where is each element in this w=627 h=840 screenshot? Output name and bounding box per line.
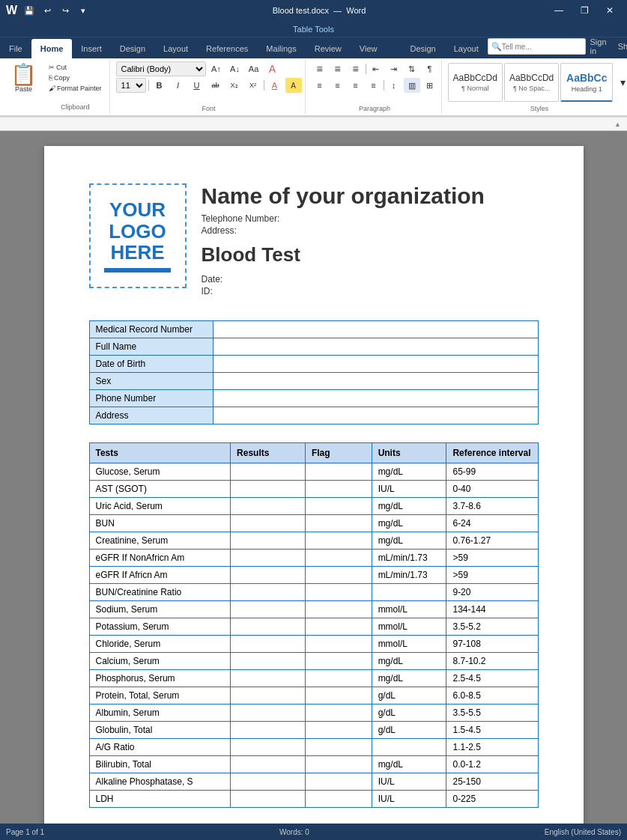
test-results[interactable] bbox=[231, 704, 306, 722]
underline-button[interactable]: U bbox=[189, 78, 205, 93]
test-results[interactable] bbox=[231, 550, 306, 567]
close-button[interactable]: ✕ bbox=[599, 3, 621, 18]
test-flag[interactable] bbox=[305, 498, 372, 515]
patient-value[interactable] bbox=[213, 356, 538, 373]
test-flag[interactable] bbox=[305, 636, 372, 653]
test-results[interactable] bbox=[231, 636, 306, 653]
tab-review[interactable]: Review bbox=[306, 39, 351, 58]
test-flag[interactable] bbox=[305, 618, 372, 636]
test-results[interactable] bbox=[231, 756, 306, 773]
tab-mailings[interactable]: Mailings bbox=[257, 39, 305, 58]
redo-button[interactable]: ↪ bbox=[58, 3, 73, 18]
test-results[interactable] bbox=[231, 601, 306, 618]
font-size-select[interactable]: 11 bbox=[116, 78, 146, 93]
numbering-button[interactable]: ≡ bbox=[330, 61, 346, 76]
clear-format-button[interactable]: A bbox=[264, 61, 281, 76]
bullets-button[interactable]: ≡ bbox=[312, 61, 328, 76]
test-flag[interactable] bbox=[305, 704, 372, 722]
multilevel-button[interactable]: ≡ bbox=[348, 61, 364, 76]
test-flag[interactable] bbox=[305, 584, 372, 601]
copy-button[interactable]: ⎘ Copy bbox=[46, 73, 105, 82]
test-results[interactable] bbox=[231, 670, 306, 687]
test-flag[interactable] bbox=[305, 739, 372, 756]
patient-value[interactable] bbox=[213, 321, 538, 338]
font-family-select[interactable]: Calibri (Body) bbox=[116, 61, 206, 76]
test-flag[interactable] bbox=[305, 791, 372, 808]
cut-button[interactable]: ✂ Cut bbox=[46, 63, 105, 72]
patient-value[interactable] bbox=[213, 338, 538, 356]
maximize-button[interactable]: ❐ bbox=[573, 3, 596, 18]
minimize-button[interactable]: — bbox=[548, 3, 570, 18]
test-results[interactable] bbox=[231, 653, 306, 670]
test-flag[interactable] bbox=[305, 653, 372, 670]
test-flag[interactable] bbox=[305, 601, 372, 618]
test-flag[interactable] bbox=[305, 773, 372, 791]
align-left-button[interactable]: ≡ bbox=[312, 78, 328, 93]
tab-table-design[interactable]: Design bbox=[401, 39, 444, 58]
style-normal[interactable]: AaBbCcDd ¶ Normal bbox=[448, 63, 503, 102]
grow-font-button[interactable]: A↑ bbox=[208, 61, 225, 76]
test-flag[interactable] bbox=[305, 481, 372, 498]
test-results[interactable] bbox=[231, 618, 306, 636]
sort-button[interactable]: ⇅ bbox=[404, 61, 420, 76]
collapse-ribbon-button[interactable]: ▲ bbox=[614, 121, 621, 128]
tab-design[interactable]: Design bbox=[111, 39, 154, 58]
test-flag[interactable] bbox=[305, 515, 372, 532]
test-results[interactable] bbox=[231, 481, 306, 498]
borders-button[interactable]: ⊞ bbox=[422, 78, 438, 93]
test-flag[interactable] bbox=[305, 550, 372, 567]
tab-view[interactable]: View bbox=[351, 39, 387, 58]
test-results[interactable] bbox=[231, 722, 306, 739]
test-results[interactable] bbox=[231, 687, 306, 704]
undo-button[interactable]: ↩ bbox=[40, 3, 55, 18]
decrease-indent-button[interactable]: ⇤ bbox=[368, 61, 384, 76]
line-spacing-button[interactable]: ↕ bbox=[386, 78, 402, 93]
align-center-button[interactable]: ≡ bbox=[330, 78, 346, 93]
tell-me-input[interactable] bbox=[502, 43, 582, 51]
test-flag[interactable] bbox=[305, 532, 372, 550]
test-results[interactable] bbox=[231, 739, 306, 756]
shrink-font-button[interactable]: A↓ bbox=[227, 61, 243, 76]
test-results[interactable] bbox=[231, 567, 306, 584]
test-flag[interactable] bbox=[305, 670, 372, 687]
bold-button[interactable]: B bbox=[151, 78, 168, 93]
test-results[interactable] bbox=[231, 584, 306, 601]
test-flag[interactable] bbox=[305, 687, 372, 704]
test-flag[interactable] bbox=[305, 567, 372, 584]
increase-indent-button[interactable]: ⇥ bbox=[386, 61, 402, 76]
test-results[interactable] bbox=[231, 515, 306, 532]
customize-button[interactable]: ▾ bbox=[76, 3, 91, 18]
patient-value[interactable] bbox=[213, 373, 538, 390]
test-flag[interactable] bbox=[305, 756, 372, 773]
italic-button[interactable]: I bbox=[170, 78, 187, 93]
align-right-button[interactable]: ≡ bbox=[348, 78, 364, 93]
shading-button[interactable]: ▥ bbox=[404, 78, 420, 93]
test-flag[interactable] bbox=[305, 722, 372, 739]
test-results[interactable] bbox=[231, 773, 306, 791]
highlight-button[interactable]: A bbox=[285, 78, 302, 93]
strikethrough-button[interactable]: ab bbox=[208, 78, 224, 93]
superscript-button[interactable]: X² bbox=[245, 78, 261, 93]
share-button[interactable]: Share bbox=[618, 42, 627, 51]
styles-more-button[interactable]: ▾ bbox=[614, 75, 627, 90]
subscript-button[interactable]: X₂ bbox=[226, 78, 243, 93]
change-case-button[interactable]: Aa bbox=[246, 61, 262, 76]
tab-table-layout[interactable]: Layout bbox=[445, 39, 488, 58]
save-button[interactable]: 💾 bbox=[22, 3, 37, 18]
sign-in-button[interactable]: Sign in bbox=[590, 37, 614, 55]
patient-value[interactable] bbox=[213, 407, 538, 424]
style-heading1[interactable]: AaBbCc Heading 1 bbox=[560, 63, 613, 102]
font-color-button[interactable]: A bbox=[267, 78, 283, 93]
tab-references[interactable]: References bbox=[197, 39, 257, 58]
justify-button[interactable]: ≡ bbox=[366, 78, 382, 93]
paste-button[interactable]: 📋 Paste bbox=[6, 61, 41, 96]
test-results[interactable] bbox=[231, 791, 306, 808]
tab-layout[interactable]: Layout bbox=[154, 39, 197, 58]
format-painter-button[interactable]: 🖌 Format Painter bbox=[46, 84, 105, 93]
test-results[interactable] bbox=[231, 463, 306, 481]
tab-insert[interactable]: Insert bbox=[72, 39, 111, 58]
tell-me-box[interactable]: 🔍 bbox=[488, 38, 586, 55]
test-flag[interactable] bbox=[305, 463, 372, 481]
style-no-spacing[interactable]: AaBbCcDd ¶ No Spac... bbox=[504, 63, 559, 102]
test-results[interactable] bbox=[231, 532, 306, 550]
